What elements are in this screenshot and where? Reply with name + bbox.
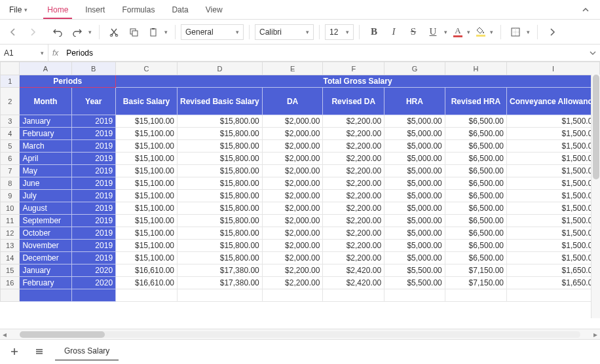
cell-da[interactable]: $2,000.00	[262, 128, 323, 140]
row-header-10[interactable]: 10	[1, 202, 20, 215]
cell-year[interactable]: 2019	[71, 115, 116, 128]
cell-revised-da[interactable]: $2,200.00	[323, 177, 384, 190]
collapse-ribbon-icon[interactable]	[575, 3, 596, 16]
cell-month[interactable]: July	[20, 190, 71, 202]
cell-conveyance[interactable]: $1,500.00	[507, 153, 600, 165]
cell-revised-hra[interactable]: $6,500.00	[445, 115, 506, 128]
cell[interactable]	[445, 289, 506, 302]
bold-button[interactable]: B	[365, 23, 383, 41]
cell-revised-basic[interactable]: $15,800.00	[178, 165, 263, 177]
col-header-A[interactable]: A	[20, 62, 71, 75]
row-header-4[interactable]: 4	[1, 128, 20, 140]
cell-hra[interactable]: $5,500.00	[384, 277, 445, 289]
cell-da[interactable]: $2,200.00	[262, 264, 323, 277]
cell-revised-hra[interactable]: $6,500.00	[445, 140, 506, 153]
cell-year[interactable]: 2019	[71, 140, 116, 153]
borders-dropdown[interactable]: ▾	[525, 29, 532, 35]
cell-hra[interactable]: $5,000.00	[384, 240, 445, 252]
cell-da[interactable]: $2,200.00	[262, 277, 323, 289]
cell-year[interactable]: 2019	[71, 153, 116, 165]
cell-revised-hra[interactable]: $6,500.00	[445, 227, 506, 240]
cell-year[interactable]: 2019	[71, 215, 116, 227]
cell-basic-salary[interactable]: $15,100.00	[116, 128, 178, 140]
paste-dropdown[interactable]: ▾	[162, 29, 170, 35]
cell-revised-basic[interactable]: $15,800.00	[178, 153, 263, 165]
cell-hra[interactable]: $5,000.00	[384, 215, 445, 227]
cell-hra[interactable]: $5,000.00	[384, 128, 445, 140]
row-header-14[interactable]: 14	[1, 252, 20, 264]
text-color-button[interactable]: A	[451, 24, 465, 40]
cell-conveyance[interactable]: $1,650.00	[507, 277, 600, 289]
cell-conveyance[interactable]: $1,500.00	[507, 227, 600, 240]
redo-dropdown[interactable]: ▾	[86, 29, 94, 35]
cell-year[interactable]: 2019	[71, 190, 116, 202]
cell-header-da[interactable]: DA	[262, 88, 323, 115]
fill-color-dropdown[interactable]: ▾	[488, 29, 495, 35]
cell-conveyance[interactable]: $1,500.00	[507, 177, 600, 190]
add-sheet-button[interactable]	[5, 342, 24, 361]
cell-month[interactable]: February	[20, 277, 71, 289]
cell-month[interactable]: April	[20, 153, 71, 165]
cell-revised-hra[interactable]: $6,500.00	[445, 165, 506, 177]
cell-revised-da[interactable]: $2,200.00	[323, 190, 384, 202]
sheet-tab[interactable]: Gross Salary	[55, 342, 119, 361]
cell-hra[interactable]: $5,000.00	[384, 153, 445, 165]
cell-month[interactable]: February	[20, 128, 71, 140]
name-box[interactable]: A1 ▾	[0, 45, 48, 61]
cell-total-gross-header[interactable]: Total Gross Salary	[116, 75, 600, 88]
row-header-2[interactable]: 2	[1, 88, 20, 115]
cell-da[interactable]: $2,000.00	[262, 115, 323, 128]
cell-revised-da[interactable]: $2,200.00	[323, 165, 384, 177]
cell-conveyance[interactable]: $1,500.00	[507, 240, 600, 252]
cell-revised-hra[interactable]: $7,150.00	[445, 277, 506, 289]
cell-conveyance[interactable]: $1,500.00	[507, 165, 600, 177]
cell[interactable]	[507, 289, 600, 302]
undo-button[interactable]	[48, 23, 67, 41]
cell[interactable]	[178, 289, 263, 302]
cell[interactable]	[116, 289, 178, 302]
cell-da[interactable]: $2,000.00	[262, 153, 323, 165]
cell-conveyance[interactable]: $1,500.00	[507, 128, 600, 140]
cell-header-conveyance allowance[interactable]: Conveyance Allowance	[507, 88, 600, 115]
borders-button[interactable]	[506, 23, 525, 41]
row-header-1[interactable]: 1	[1, 75, 20, 88]
copy-button[interactable]	[124, 23, 143, 41]
cell-month[interactable]	[20, 289, 71, 302]
cell-revised-basic[interactable]: $15,800.00	[178, 128, 263, 140]
cell-month[interactable]: January	[20, 115, 71, 128]
underline-button[interactable]: U	[424, 23, 442, 41]
cell-da[interactable]: $2,000.00	[262, 140, 323, 153]
cell-basic-salary[interactable]: $15,100.00	[116, 202, 178, 215]
cell-da[interactable]: $2,000.00	[262, 190, 323, 202]
horizontal-scrollbar[interactable]: ◂ ▸	[0, 329, 600, 339]
cell-year[interactable]	[71, 289, 116, 302]
col-header-I[interactable]: I	[507, 62, 600, 75]
col-header-C[interactable]: C	[116, 62, 178, 75]
strikethrough-button[interactable]: S	[404, 23, 422, 41]
nav-forward-button[interactable]	[24, 23, 42, 41]
formula-input[interactable]	[62, 45, 586, 61]
cell-header-revised basic salary[interactable]: Revised Basic Salary	[178, 88, 263, 115]
cell-header-revised hra[interactable]: Revised HRA	[445, 88, 506, 115]
nav-back-button[interactable]	[4, 23, 22, 41]
cell-conveyance[interactable]: $1,500.00	[507, 190, 600, 202]
col-header-F[interactable]: F	[323, 62, 384, 75]
cell-revised-hra[interactable]: $6,500.00	[445, 177, 506, 190]
cell-da[interactable]: $2,000.00	[262, 240, 323, 252]
cell-hra[interactable]: $5,500.00	[384, 264, 445, 277]
cell-revised-basic[interactable]: $15,800.00	[178, 227, 263, 240]
all-sheets-button[interactable]	[30, 342, 48, 361]
cell-year[interactable]: 2019	[71, 177, 116, 190]
cell-revised-hra[interactable]: $6,500.00	[445, 240, 506, 252]
cell-month[interactable]: June	[20, 177, 71, 190]
cell-year[interactable]: 2019	[71, 202, 116, 215]
cell-basic-salary[interactable]: $15,100.00	[116, 115, 178, 128]
cell-basic-salary[interactable]: $16,610.00	[116, 264, 178, 277]
cell-hra[interactable]: $5,000.00	[384, 140, 445, 153]
col-header-H[interactable]: H	[445, 62, 506, 75]
cell-conveyance[interactable]: $1,500.00	[507, 140, 600, 153]
cell-header-year[interactable]: Year	[71, 88, 116, 115]
cell-hra[interactable]: $5,000.00	[384, 177, 445, 190]
cell-da[interactable]: $2,000.00	[262, 215, 323, 227]
col-header-E[interactable]: E	[262, 62, 323, 75]
